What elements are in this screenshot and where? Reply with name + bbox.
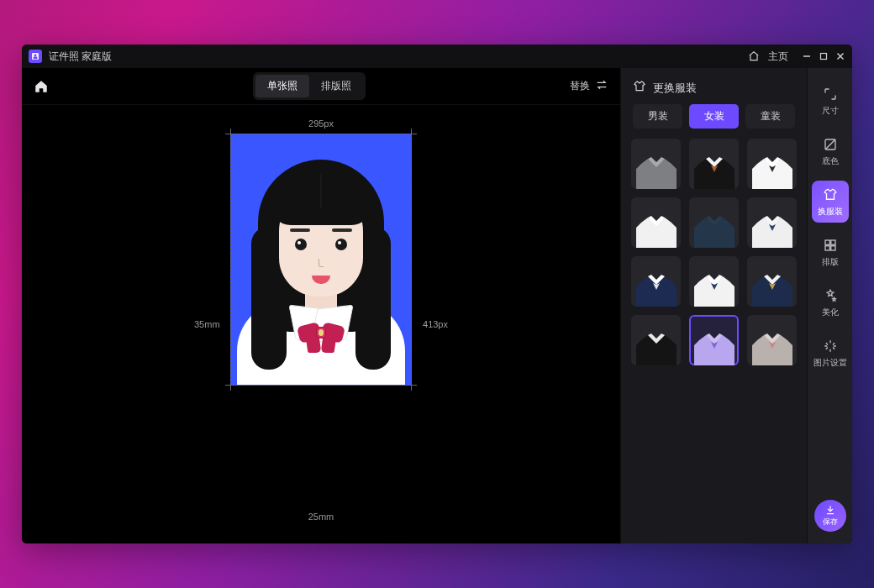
tab-child[interactable]: 童装	[745, 104, 795, 129]
outfit-option[interactable]	[631, 197, 681, 248]
outfit-option[interactable]	[747, 256, 797, 307]
rail-background-label: 底色	[822, 155, 839, 167]
outfit-option[interactable]	[689, 256, 739, 307]
save-label: 保存	[823, 517, 838, 528]
outfit-option[interactable]	[631, 139, 681, 189]
toolbar-home-icon[interactable]	[34, 79, 49, 94]
rail-beautify[interactable]: 美化	[812, 281, 849, 323]
tool-rail: 尺寸 底色 换服装 排版 美化 图片设置	[807, 68, 852, 543]
window-minimize-icon[interactable]	[802, 51, 812, 61]
rail-clothes-label: 换服装	[818, 206, 843, 218]
tab-male[interactable]: 男装	[633, 104, 682, 129]
app-title: 证件照 家庭版	[49, 50, 112, 64]
rail-layout-label: 排版	[822, 256, 839, 268]
panel-title: 更换服装	[653, 81, 697, 96]
dimension-width-px: 295px	[308, 118, 334, 129]
segmented-single[interactable]: 单张照	[255, 75, 309, 97]
outfit-option[interactable]	[747, 197, 797, 248]
outfit-option[interactable]	[689, 197, 739, 248]
app-window: 证件照 家庭版 主页 单张照 排版照	[22, 45, 852, 543]
outfit-option[interactable]	[747, 315, 797, 365]
outfit-option[interactable]	[747, 139, 797, 189]
title-bar-right: 主页	[748, 50, 845, 64]
svg-rect-10	[830, 240, 835, 244]
gender-tabs: 男装 女装 童装	[621, 104, 807, 139]
dimension-height-mm: 35mm	[194, 319, 220, 329]
rail-layout[interactable]: 排版	[812, 231, 849, 273]
tab-female[interactable]: 女装	[689, 104, 739, 129]
window-maximize-icon[interactable]	[819, 51, 829, 61]
editor-toolbar: 单张照 排版照 替换	[22, 68, 620, 105]
home-icon[interactable]	[748, 50, 760, 62]
save-button[interactable]: 保存	[814, 500, 846, 532]
photo-preview[interactable]	[230, 134, 412, 386]
outfit-option[interactable]	[689, 139, 739, 189]
svg-rect-12	[830, 246, 835, 250]
segmented-layout[interactable]: 排版照	[309, 75, 363, 97]
rail-beautify-label: 美化	[822, 307, 839, 318]
titlebar-home-link[interactable]: 主页	[768, 50, 788, 64]
rail-clothes[interactable]: 换服装	[812, 181, 849, 223]
title-bar: 证件照 家庭版 主页	[22, 45, 852, 68]
rail-size[interactable]: 尺寸	[812, 80, 849, 122]
svg-rect-11	[825, 246, 829, 250]
svg-rect-2	[34, 57, 38, 60]
rail-image-settings-label: 图片设置	[813, 357, 847, 369]
window-close-icon[interactable]	[835, 51, 845, 61]
replace-button[interactable]: 替换	[570, 78, 608, 94]
shirt-icon	[633, 80, 646, 96]
app-logo-icon	[29, 50, 42, 63]
svg-rect-4	[821, 54, 827, 60]
svg-rect-9	[825, 240, 829, 244]
outfit-option[interactable]	[631, 315, 681, 365]
dimension-width-mm: 25mm	[308, 512, 334, 522]
swap-icon	[595, 78, 608, 94]
clothing-panel: 更换服装 男装 女装 童装	[620, 68, 807, 543]
outfit-option[interactable]	[631, 256, 681, 307]
portrait-illustration	[231, 134, 411, 385]
rail-background[interactable]: 底色	[812, 130, 849, 172]
svg-line-8	[825, 139, 835, 150]
rail-size-label: 尺寸	[822, 105, 839, 117]
view-mode-segmented: 单张照 排版照	[253, 72, 366, 100]
replace-label: 替换	[570, 79, 590, 93]
svg-point-1	[34, 55, 37, 57]
outfit-grid	[621, 139, 807, 365]
outfit-option[interactable]	[689, 315, 739, 365]
editor-pane: 单张照 排版照 替换 295px 25mm 35mm 413px	[22, 68, 620, 543]
dimension-height-px: 413px	[423, 319, 448, 329]
canvas-area: 295px 25mm 35mm 413px	[22, 105, 620, 543]
rail-image-settings[interactable]: 图片设置	[812, 332, 849, 374]
